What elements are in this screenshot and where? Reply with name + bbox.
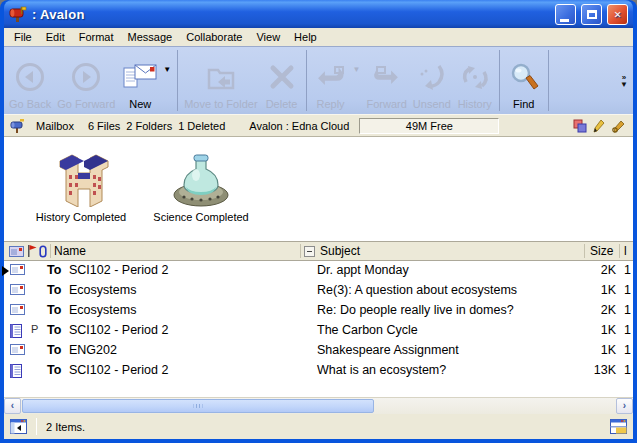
collapse-subject-icon[interactable] — [304, 246, 315, 257]
subject-text: Re: Do people really live in domes? — [317, 303, 514, 317]
unsend-button: Unsend — [410, 48, 454, 113]
subject-text: The Carbon Cycle — [317, 323, 418, 337]
item-type-icon — [10, 324, 22, 341]
date-partial: 1 — [624, 303, 631, 317]
size-column-header[interactable]: Size — [590, 244, 613, 258]
forward-icon — [369, 58, 405, 98]
toolbar-overflow-chevron[interactable]: »▼ — [617, 48, 631, 113]
unsend-icon — [415, 58, 449, 98]
recipient-name: SCI102 - Period 2 — [69, 363, 168, 377]
scroll-left-button[interactable]: ‹ — [4, 398, 21, 414]
recipient-name: ENG202 — [69, 343, 117, 357]
size-text: 1K — [544, 343, 616, 357]
list-item[interactable]: To Ecosystems Re(3): A question about ec… — [4, 281, 633, 301]
go-back-button: Go Back — [6, 48, 54, 113]
size-text: 13K — [544, 363, 616, 377]
menu-bar: FileEditFormatMessageCollaborateViewHelp — [4, 28, 633, 46]
scrollbar-thumb[interactable] — [22, 399, 374, 413]
recipient-name: SCI102 - Period 2 — [69, 263, 168, 277]
column-divider[interactable] — [584, 244, 585, 258]
toggle-left-pane-icon[interactable] — [10, 419, 27, 434]
pencil-icon[interactable] — [593, 119, 605, 133]
item-type-icon — [10, 304, 25, 318]
go-back-icon — [13, 58, 47, 98]
move-to-folder-icon — [204, 58, 238, 98]
name-column-header[interactable]: Name — [54, 244, 86, 258]
column-divider[interactable] — [50, 244, 51, 258]
to-label: To — [47, 283, 61, 297]
toggle-split-pane-icon[interactable] — [610, 419, 627, 434]
folder-label: History Completed — [16, 211, 146, 223]
key-icon[interactable] — [611, 119, 627, 133]
folder-icon-panel: History Completed Science Completed — [4, 137, 633, 241]
message-column-icon[interactable] — [9, 246, 24, 257]
app-mailbox-icon — [9, 6, 27, 22]
folder-label: Science Completed — [136, 211, 266, 223]
account-name: Avalon : Edna Cloud — [249, 120, 349, 132]
go-forward-icon — [69, 58, 103, 98]
toolbar-separator — [177, 50, 178, 111]
forward-button: Forward — [363, 48, 409, 113]
new-dropdown-arrow[interactable]: ▼ — [162, 48, 174, 113]
date-partial: 1 — [624, 283, 631, 297]
menu-item[interactable]: Edit — [39, 29, 72, 45]
subject-text: Re(3): A question about ecosystems — [317, 283, 517, 297]
toolbar-separator — [548, 50, 549, 111]
next-column-header-partial[interactable]: l — [624, 244, 627, 258]
item-type-icon — [10, 344, 25, 358]
toolbar: Go Back Go Forward N — [4, 46, 633, 114]
menu-item[interactable]: View — [249, 29, 287, 45]
menu-item[interactable]: Help — [287, 29, 324, 45]
title-bar[interactable]: : Avalon ✕ — [4, 0, 633, 28]
scroll-right-button[interactable]: › — [616, 398, 633, 414]
list-item[interactable]: To SCI102 - Period 2 Dr. appt Monday 2K … — [4, 261, 633, 281]
item-type-icon — [10, 264, 25, 278]
item-flag: P — [31, 323, 38, 335]
to-label: To — [47, 263, 61, 277]
delete-label: Delete — [266, 98, 298, 110]
science-completed-folder[interactable]: Science Completed — [136, 145, 266, 223]
history-button: History — [454, 48, 496, 113]
size-text: 1K — [544, 323, 616, 337]
new-button[interactable]: New — [118, 48, 162, 113]
column-divider[interactable] — [300, 244, 301, 258]
group-permissions-icon[interactable] — [573, 119, 587, 133]
close-button[interactable]: ✕ — [607, 4, 628, 25]
subject-column-header[interactable]: Subject — [320, 244, 360, 258]
column-divider[interactable] — [619, 244, 620, 258]
list-item[interactable]: To Ecosystems Re: Do people really live … — [4, 301, 633, 321]
statusbar-divider — [36, 418, 37, 435]
toolbar-separator — [499, 50, 500, 111]
item-count: 2 Items. — [46, 421, 85, 433]
history-label: History — [458, 98, 492, 110]
horizontal-scrollbar[interactable]: ‹ › — [4, 397, 633, 414]
window-title: : Avalon — [32, 7, 550, 22]
go-back-label: Go Back — [9, 98, 51, 110]
recipient-name: Ecosystems — [69, 283, 136, 297]
recipient-name: Ecosystems — [69, 303, 136, 317]
flag-column-icon[interactable] — [27, 245, 37, 257]
reply-label: Reply — [317, 98, 345, 110]
status-bar: 2 Items. — [4, 414, 633, 439]
maximize-button[interactable] — [581, 4, 602, 25]
to-label: To — [47, 343, 61, 357]
menu-item[interactable]: Message — [121, 29, 180, 45]
menu-item[interactable]: File — [7, 29, 39, 45]
menu-item[interactable]: Collaborate — [179, 29, 249, 45]
toolbar-spacer — [552, 48, 617, 113]
list-item[interactable]: To SCI102 - Period 2 What is an ecosyste… — [4, 361, 633, 381]
subject-text: Dr. appt Monday — [317, 263, 409, 277]
info-bar-status-icons — [573, 119, 627, 133]
list-item[interactable]: To ENG202 Shakespeare Assignment 1K 1 — [4, 341, 633, 361]
attachment-column-icon[interactable] — [39, 245, 47, 258]
reply-icon — [313, 58, 349, 98]
go-forward-button: Go Forward — [54, 48, 118, 113]
subject-text: Shakespeare Assignment — [317, 343, 459, 357]
list-item[interactable]: P To SCI102 - Period 2 The Carbon Cycle … — [4, 321, 633, 341]
minimize-button[interactable] — [555, 4, 576, 25]
app-window: : Avalon ✕ FileEditFormatMessageCollabor… — [0, 0, 637, 443]
date-partial: 1 — [624, 343, 631, 357]
find-button[interactable]: Find — [503, 48, 545, 113]
history-completed-folder[interactable]: History Completed — [16, 145, 146, 223]
menu-item[interactable]: Format — [72, 29, 121, 45]
